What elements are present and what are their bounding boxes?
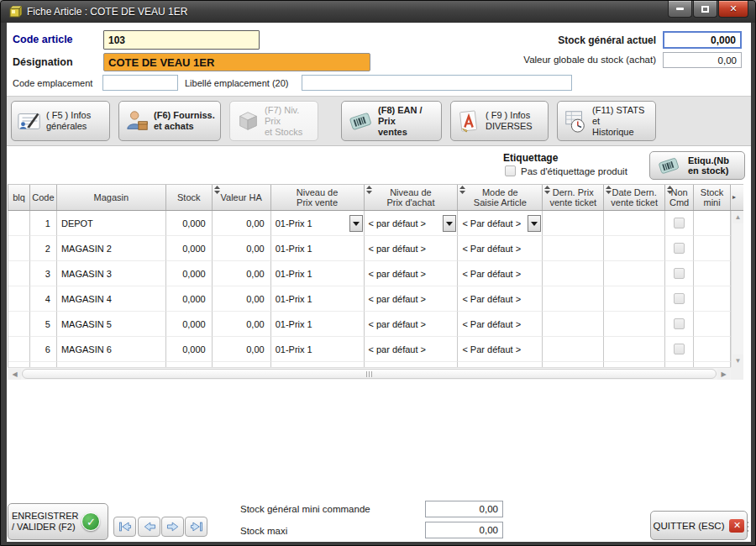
- stock-general-input[interactable]: 0,000: [663, 31, 742, 49]
- cell-code: 1: [30, 211, 57, 236]
- title-bar[interactable]: Fiche Article : COTE DE VEAU 1ER ✕: [1, 1, 755, 23]
- vertical-scrollbar[interactable]: ▲ ▼: [731, 211, 743, 367]
- pas-etiquettage-checkbox[interactable]: [505, 165, 516, 176]
- cell-dern-prix: [543, 236, 604, 261]
- stock-maxi-label: Stock maxi: [240, 526, 287, 536]
- cell-date-dern: [604, 312, 665, 337]
- table-row[interactable]: 5 MAGASIN 5 0,000 0,00 01-Prix 1 < par d…: [8, 312, 731, 337]
- stock-mini-commande-input[interactable]: 0,00: [425, 501, 503, 517]
- sort-icon: [606, 186, 612, 194]
- dropdown-button[interactable]: [349, 215, 363, 232]
- magasins-table: 1 DEPOT 0,000 0,00 01-Prix 1 < par défau…: [8, 211, 731, 367]
- stock-maxi-input[interactable]: 0,00: [425, 522, 503, 538]
- table-row[interactable]: 2 MAGASIN 2 0,000 0,00 01-Prix 1 < par d…: [8, 236, 731, 261]
- close-button[interactable]: ✕: [718, 1, 748, 18]
- cell-niveau-prix-achat[interactable]: < par défaut >: [365, 236, 459, 261]
- cell-niveau-prix-achat[interactable]: < par défaut >: [365, 286, 459, 312]
- infos-generales-button[interactable]: ( F5 ) Infos générales: [11, 101, 110, 141]
- previous-record-button[interactable]: [138, 517, 160, 537]
- scrollbar-thumb[interactable]: [22, 369, 717, 379]
- first-record-button[interactable]: [113, 517, 136, 537]
- code-emplacement-input[interactable]: [102, 75, 178, 91]
- scroll-right-button[interactable]: ▶: [717, 369, 730, 380]
- cell-mode-saisie[interactable]: < Par défaut >: [458, 211, 543, 236]
- stock-general-label: Stock général actuel: [471, 34, 656, 46]
- dropdown-button[interactable]: [528, 215, 541, 232]
- cell-date-dern: [604, 337, 665, 362]
- etiquette-nb-stock-button[interactable]: Etiqu.(Nb en stock): [649, 151, 745, 180]
- cell-mode-saisie[interactable]: < Par défaut >: [458, 261, 543, 286]
- cell-niveau-prix-vente[interactable]: 01-Prix 1: [271, 236, 365, 261]
- ean-prix-ventes-button[interactable]: (F8) EAN / Prix ventes: [341, 101, 442, 141]
- cell-niveau-prix-achat[interactable]: < par défaut >: [365, 261, 459, 286]
- pas-etiquettage-label: Pas d'étiquettage produit: [521, 166, 627, 176]
- column-header-non-cmd[interactable]: Non Cmd: [665, 185, 694, 210]
- table-row[interactable]: 3 MAGASIN 3 0,000 0,00 01-Prix 1 < par d…: [8, 261, 731, 286]
- cell-niveau-prix-vente[interactable]: 01-Prix 1: [271, 211, 365, 236]
- cell-niveau-prix-vente[interactable]: 01-Prix 1: [271, 337, 365, 362]
- cell-niveau-prix-achat[interactable]: < par défaut >: [365, 337, 459, 362]
- non-cmd-checkbox[interactable]: [674, 268, 685, 279]
- cell-stock: 0,000: [166, 236, 213, 261]
- column-header-niveau-prix-achat[interactable]: Niveau de Prix d'achat: [365, 185, 459, 210]
- cell-code: 3: [30, 261, 57, 286]
- quitter-button[interactable]: QUITTER (ESC) ✕: [650, 511, 748, 540]
- column-header-valeur-ha[interactable]: Valeur HA: [213, 185, 271, 210]
- code-article-input[interactable]: 103: [103, 30, 260, 50]
- infos-diverses-button[interactable]: ( F9 ) Infos DIVERSES: [450, 101, 549, 141]
- non-cmd-checkbox[interactable]: [674, 318, 685, 329]
- arrow-up-icon: ▲: [735, 213, 742, 221]
- minimize-button[interactable]: [668, 1, 692, 18]
- cell-stock-mini: [694, 261, 731, 286]
- cell-mode-saisie[interactable]: < Par défaut >: [458, 286, 543, 312]
- cell-stock: 0,000: [166, 261, 213, 286]
- cell-valeur-ha: 0,00: [213, 236, 271, 261]
- non-cmd-checkbox[interactable]: [674, 243, 685, 254]
- valeur-globale-input[interactable]: 0,00: [663, 52, 742, 68]
- sort-icon: [667, 186, 673, 194]
- stats-historique-button[interactable]: (F11) STATS et Historique: [557, 101, 656, 141]
- scroll-left-button[interactable]: ◀: [8, 369, 21, 380]
- scroll-down-button[interactable]: ▼: [732, 354, 743, 367]
- scroll-up-button[interactable]: ▲: [732, 211, 743, 223]
- non-cmd-checkbox[interactable]: [674, 218, 685, 228]
- cell-non-cmd: [665, 211, 694, 236]
- maximize-button[interactable]: [693, 1, 717, 18]
- designation-label: Désignation: [13, 56, 73, 68]
- table-row[interactable]: 4 MAGASIN 4 0,000 0,00 01-Prix 1 < par d…: [8, 286, 731, 312]
- column-overflow-indicator: ▸: [731, 185, 743, 210]
- cell-niveau-prix-vente[interactable]: 01-Prix 1: [271, 286, 365, 312]
- cell-niveau-prix-vente[interactable]: 01-Prix 1: [271, 312, 365, 337]
- enregistrer-valider-button[interactable]: ENREGISTRER / VALIDER (F2) ✓: [8, 503, 108, 540]
- non-cmd-checkbox[interactable]: [674, 344, 685, 354]
- etiquettage-title: Etiquettage: [503, 152, 558, 164]
- fournisseurs-achats-button[interactable]: (F6) Fourniss. et achats: [118, 101, 221, 141]
- cell-niveau-prix-achat[interactable]: < par défaut >: [365, 312, 459, 337]
- stock-mini-commande-label: Stock général mini commande: [240, 504, 370, 514]
- cell-stock-mini: [694, 337, 731, 362]
- cell-niveau-prix-vente[interactable]: 01-Prix 1: [271, 261, 365, 286]
- table-row[interactable]: 1 DEPOT 0,000 0,00 01-Prix 1 < par défau…: [8, 211, 731, 236]
- cell-niveau-prix-achat[interactable]: < par défaut >: [365, 211, 459, 236]
- cell-mode-saisie[interactable]: < Par défaut >: [458, 337, 543, 362]
- stats-historique-label: (F11) STATS et Historique: [592, 105, 650, 138]
- libelle-emplacement-input[interactable]: [302, 75, 572, 91]
- dropdown-button[interactable]: [443, 215, 456, 232]
- horizontal-scrollbar[interactable]: ◀ ▶: [8, 367, 731, 380]
- table-row[interactable]: 6 MAGASIN 6 0,000 0,00 01-Prix 1 < par d…: [8, 337, 731, 362]
- column-header-date-dern[interactable]: Date Dern. vente ticket: [604, 185, 665, 210]
- designation-input[interactable]: COTE DE VEAU 1ER: [103, 53, 370, 71]
- window-title: Fiche Article : COTE DE VEAU 1ER: [27, 6, 187, 18]
- cell-mode-saisie[interactable]: < Par défaut >: [458, 312, 543, 337]
- column-header-dern-prix[interactable]: Dern. Prix vente ticket: [543, 185, 604, 210]
- next-record-button[interactable]: [161, 517, 184, 537]
- stats-clock-icon: [563, 108, 588, 134]
- column-header-magasin: Magasin: [57, 185, 166, 210]
- column-header-mode-saisie[interactable]: Mode de Saisie Article: [458, 185, 543, 210]
- resize-grip[interactable]: [747, 522, 748, 532]
- column-header-code: Code: [30, 185, 57, 210]
- non-cmd-checkbox[interactable]: [674, 293, 685, 304]
- cell-code: 2: [30, 236, 57, 261]
- cell-mode-saisie[interactable]: < Par défaut >: [458, 236, 543, 261]
- last-record-button[interactable]: [185, 517, 207, 537]
